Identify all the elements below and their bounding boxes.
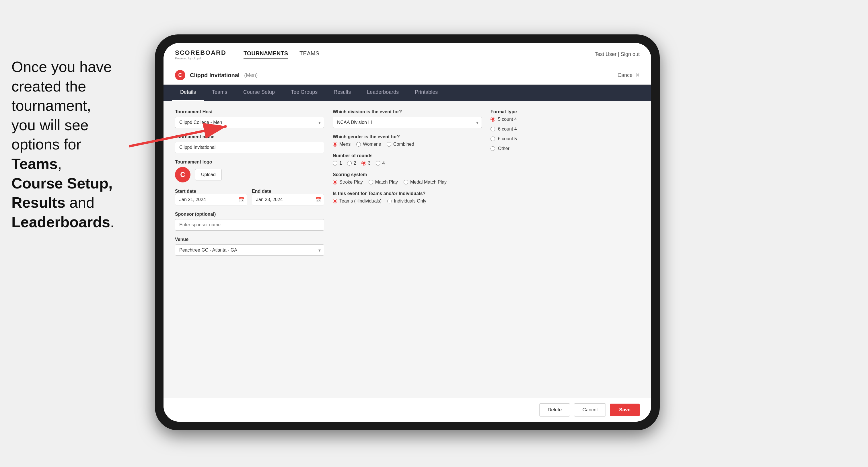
rounds-1-label: 1 (339, 161, 342, 166)
breadcrumb-content: C Clippd Invitational (Men) (175, 70, 257, 80)
cancel-top-button[interactable]: Cancel ✕ (618, 72, 640, 78)
tournament-logo-label: Tournament logo (175, 159, 324, 165)
venue-select[interactable]: Peachtree GC - Atlanta - GA (175, 244, 324, 256)
format-6count4-label: 6 count 4 (498, 126, 517, 132)
format-6count5-radio[interactable] (491, 136, 495, 141)
breadcrumb-bar: C Clippd Invitational (Men) Cancel ✕ (163, 66, 651, 85)
individuals-only-label: Individuals Only (394, 198, 426, 204)
start-date-label: Start date (175, 189, 196, 194)
gender-label: Which gender is the event for? (333, 134, 482, 139)
scoring-medal-option[interactable]: Medal Match Play (404, 180, 446, 185)
format-type-label: Format type (491, 109, 640, 115)
save-button[interactable]: Save (610, 404, 640, 416)
rounds-4-radio[interactable] (376, 161, 380, 165)
format-6count4-option[interactable]: 6 count 4 (491, 126, 640, 132)
nav-links: TOURNAMENTS TEAMS (244, 50, 595, 59)
tournament-name-input[interactable] (175, 142, 324, 153)
logo-area: SCOREBOARD Powered by clippd (175, 49, 226, 60)
gender-combined-option[interactable]: Combined (387, 142, 414, 147)
format-6count5-label: 6 count 5 (498, 136, 517, 142)
gender-womens-radio[interactable] (356, 142, 361, 147)
tab-printables[interactable]: Printables (407, 85, 446, 101)
tournament-icon: C (175, 70, 185, 80)
action-bar: Delete Cancel Save (163, 398, 651, 422)
tournament-name-label: Tournament name (175, 134, 324, 139)
start-date-input[interactable] (175, 194, 247, 206)
gender-combined-radio[interactable] (387, 142, 391, 147)
tournament-logo-group: Tournament logo C Upload (175, 159, 324, 182)
individuals-only-radio[interactable] (387, 199, 392, 204)
scoring-label: Scoring system (333, 172, 482, 177)
scoring-match-label: Match Play (375, 180, 398, 185)
rounds-1-option[interactable]: 1 (333, 161, 342, 166)
teams-plus-individuals-option[interactable]: Teams (+Individuals) (333, 198, 381, 204)
sponsor-group: Sponsor (optional) (175, 212, 324, 230)
instruction-panel: Once you have created the tournament, yo… (0, 46, 161, 243)
format-5count4-option[interactable]: 5 count 4 (491, 117, 640, 122)
rounds-4-option[interactable]: 4 (376, 161, 385, 166)
end-date-label: End date (252, 189, 271, 194)
tournament-host-select[interactable]: Clippd College - Men (175, 117, 324, 128)
tab-details[interactable]: Details (172, 85, 204, 101)
tab-teams[interactable]: Teams (204, 85, 235, 101)
scoring-stroke-label: Stroke Play (339, 180, 363, 185)
rounds-2-option[interactable]: 2 (347, 161, 356, 166)
rounds-radio-group: 1 2 3 4 (333, 161, 482, 166)
teams-individuals-label: Is this event for Teams and/or Individua… (333, 191, 482, 196)
scoring-medal-label: Medal Match Play (410, 180, 446, 185)
tab-tee-groups[interactable]: Tee Groups (283, 85, 326, 101)
format-other-option[interactable]: Other (491, 146, 640, 151)
format-5count4-radio[interactable] (491, 117, 495, 122)
upload-button[interactable]: Upload (195, 169, 222, 181)
division-select[interactable]: NCAA Division III (333, 117, 482, 128)
sponsor-label: Sponsor (optional) (175, 212, 324, 217)
user-area[interactable]: Test User | Sign out (595, 51, 640, 57)
tournament-host-label: Tournament Host (175, 109, 324, 115)
rounds-1-radio[interactable] (333, 161, 337, 165)
sponsor-input[interactable] (175, 219, 324, 230)
rounds-2-radio[interactable] (347, 161, 352, 165)
rounds-3-radio[interactable] (362, 161, 366, 165)
rounds-3-option[interactable]: 3 (362, 161, 371, 166)
tournament-host-group: Tournament Host Clippd College - Men (175, 109, 324, 128)
tab-leaderboards[interactable]: Leaderboards (359, 85, 407, 101)
cancel-button[interactable]: Cancel (574, 403, 606, 416)
format-6count4-radio[interactable] (491, 127, 495, 131)
tab-results[interactable]: Results (326, 85, 359, 101)
logo-preview: C (175, 167, 190, 182)
gender-womens-option[interactable]: Womens (356, 142, 381, 147)
rounds-4-label: 4 (382, 161, 385, 166)
nav-teams[interactable]: TEAMS (300, 50, 319, 59)
tournament-name-breadcrumb: Clippd Invitational (190, 72, 240, 79)
scoring-match-option[interactable]: Match Play (369, 180, 398, 185)
scoring-stroke-option[interactable]: Stroke Play (333, 180, 363, 185)
tablet-device: SCOREBOARD Powered by clippd TOURNAMENTS… (155, 34, 660, 430)
end-date-input[interactable] (252, 194, 324, 206)
format-other-label: Other (498, 146, 509, 151)
delete-button[interactable]: Delete (539, 403, 570, 416)
tab-course-setup[interactable]: Course Setup (235, 85, 283, 101)
gender-group: Which gender is the event for? Mens Wome… (333, 134, 482, 147)
top-navigation: SCOREBOARD Powered by clippd TOURNAMENTS… (163, 43, 651, 66)
venue-label: Venue (175, 237, 324, 242)
scoring-radio-group: Stroke Play Match Play Medal Match Play (333, 180, 482, 185)
format-6count5-option[interactable]: 6 count 5 (491, 136, 640, 142)
teams-plus-radio[interactable] (333, 199, 337, 204)
app-logo-text: SCOREBOARD (175, 49, 226, 57)
individuals-only-option[interactable]: Individuals Only (387, 198, 426, 204)
gender-mens-option[interactable]: Mens (333, 142, 350, 147)
logo-upload-area: C Upload (175, 167, 324, 182)
form-col2: Which division is the event for? NCAA Di… (333, 109, 482, 256)
scoring-stroke-radio[interactable] (333, 180, 337, 184)
gender-womens-label: Womens (363, 142, 381, 147)
rounds-label: Number of rounds (333, 153, 482, 158)
nav-tournaments[interactable]: TOURNAMENTS (244, 50, 288, 59)
cancel-label: Cancel (618, 72, 633, 78)
form-col3: Format type 5 count 4 6 count 4 (491, 109, 640, 256)
scoring-match-radio[interactable] (369, 180, 373, 184)
instruction-bold-coursesetup: Course Setup, (11, 175, 113, 192)
format-other-radio[interactable] (491, 146, 495, 151)
gender-mens-radio[interactable] (333, 142, 337, 147)
rounds-2-label: 2 (354, 161, 356, 166)
scoring-medal-radio[interactable] (404, 180, 408, 184)
